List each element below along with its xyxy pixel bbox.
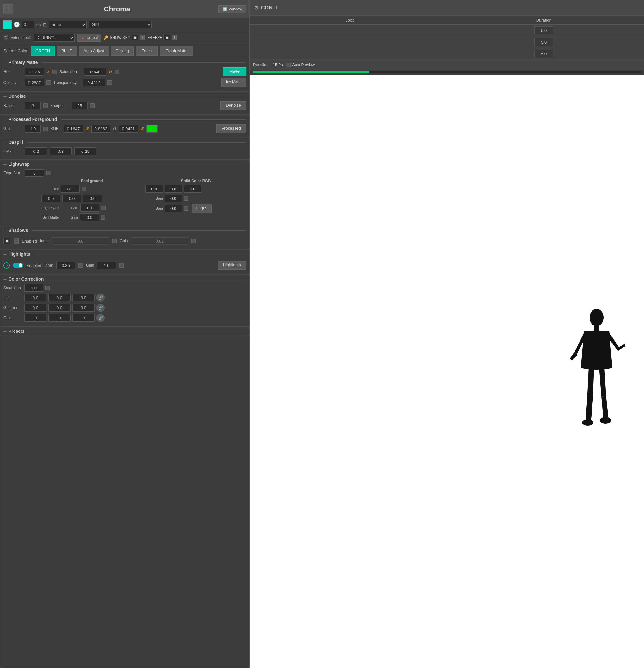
solid-edge-matte-gain-input[interactable] — [165, 195, 182, 202]
sharpen-input[interactable] — [72, 102, 88, 109]
matte-button[interactable]: Matte — [223, 67, 246, 76]
cc-saturation-checkbox[interactable] — [45, 286, 50, 290]
bg-blur-input[interactable] — [61, 185, 80, 193]
gpi-select[interactable]: GPI — [89, 21, 152, 29]
highlights-header[interactable]: — Highlights — [3, 249, 246, 258]
row3-duration-input[interactable] — [534, 50, 553, 58]
saturation-refresh-icon[interactable]: ↺ — [109, 70, 112, 74]
denoise-button[interactable]: Denoise — [220, 101, 246, 110]
cc-saturation-input[interactable] — [24, 284, 43, 292]
row1-duration-input[interactable] — [534, 26, 553, 34]
shadows-toggle-box[interactable]: 🔲 — [3, 238, 11, 244]
fetch-button[interactable]: Fetch — [136, 46, 158, 56]
rgb-r-input[interactable] — [64, 125, 83, 133]
rgb-b-input[interactable] — [119, 125, 138, 133]
solid-spill-gain-input[interactable] — [165, 204, 182, 212]
clip-select[interactable]: CLIPIN*1 — [33, 33, 75, 42]
gamma-g-input[interactable] — [48, 304, 71, 312]
highlights-button[interactable]: Highlights — [217, 261, 246, 270]
bg-blur-checkbox[interactable] — [81, 187, 86, 191]
unreal-button[interactable]: 🔺 Unreal — [77, 33, 101, 42]
despill-header[interactable]: — Despill — [3, 138, 246, 146]
spill-matte-gain-input[interactable] — [80, 213, 99, 221]
cc-gain-r-input[interactable] — [24, 314, 46, 322]
primary-matte-header[interactable]: — Primary Matte — [3, 58, 246, 66]
shadows-toggle-i[interactable]: I — [14, 238, 19, 244]
processed-gain-checkbox[interactable] — [43, 126, 48, 131]
highlights-inner-input[interactable] — [56, 261, 75, 269]
hue-refresh-icon[interactable]: ↺ — [46, 70, 50, 74]
y-input[interactable] — [74, 147, 96, 155]
highlights-toggle-switch[interactable] — [13, 263, 23, 268]
freeze-box[interactable]: 🔲 — [164, 35, 170, 41]
auto-preview-checkbox[interactable]: Auto Preview — [286, 63, 315, 67]
edge-matte-checkbox[interactable] — [101, 206, 106, 210]
trash-matte-button[interactable]: Trash Matte — [160, 46, 194, 56]
highlights-gain-input[interactable] — [97, 261, 116, 269]
gamma-r-input[interactable] — [24, 304, 46, 312]
sharpen-checkbox[interactable] — [90, 103, 94, 108]
transparency-input[interactable] — [83, 79, 105, 86]
window-button[interactable]: 🪟 Window — [218, 5, 246, 13]
highlights-oval-toggle[interactable]: ○ — [3, 262, 10, 269]
color-swatch[interactable] — [3, 20, 12, 29]
solid-edge-matte-checkbox[interactable] — [184, 196, 188, 200]
hue-checkbox[interactable] — [52, 70, 57, 74]
radius-checkbox[interactable] — [43, 103, 48, 108]
transparency-checkbox[interactable] — [107, 80, 112, 85]
solid-spill-checkbox[interactable] — [184, 206, 188, 211]
cc-gain-b-input[interactable] — [72, 314, 94, 322]
shadows-header[interactable]: — Shadows — [3, 226, 246, 234]
green-button[interactable]: GREEN — [31, 46, 55, 56]
saturation-checkbox[interactable] — [115, 70, 119, 74]
edge-matte-gain-input[interactable] — [80, 204, 99, 212]
bg-b-input[interactable] — [83, 195, 102, 202]
gamma-b-input[interactable] — [72, 304, 94, 312]
denoise-header[interactable]: — Denoise — [3, 92, 246, 100]
solid-r-input[interactable] — [145, 185, 163, 193]
add-button[interactable]: ➕ — [3, 4, 13, 14]
highlights-inner-checkbox[interactable] — [78, 263, 83, 268]
blue-button[interactable]: BLUE — [57, 46, 77, 56]
lift-r-input[interactable] — [24, 294, 46, 301]
inv-matte-button[interactable]: Inv Matte — [221, 78, 246, 87]
solid-g-input[interactable] — [165, 185, 182, 193]
gamma-link-icon[interactable]: 🔗 — [96, 304, 105, 312]
lightwrap-header[interactable]: — Lightwrap — [3, 160, 246, 168]
opacity-checkbox[interactable] — [46, 80, 51, 85]
radius-input[interactable] — [25, 102, 41, 109]
spill-matte-checkbox[interactable] — [101, 215, 105, 219]
hue-input[interactable] — [25, 68, 44, 76]
cc-gain-g-input[interactable] — [48, 314, 71, 322]
highlights-gain-checkbox[interactable] — [119, 263, 124, 268]
bg-r-input[interactable] — [42, 195, 60, 202]
solid-b-input[interactable] — [184, 185, 201, 193]
opacity-input[interactable] — [25, 79, 44, 86]
color-correction-header[interactable]: — Color Correction — [3, 275, 246, 283]
picking-button[interactable]: Picking — [111, 46, 134, 56]
lift-g-input[interactable] — [48, 294, 71, 301]
green-color-swatch[interactable] — [147, 125, 158, 133]
row2-duration-input[interactable] — [534, 38, 553, 46]
rgb-b-refresh-icon[interactable]: ↺ — [140, 126, 144, 131]
freeze-toggle-i[interactable]: I — [172, 35, 177, 41]
processed-fg-header[interactable]: — Processed Foreground — [3, 115, 246, 123]
edge-blur-input[interactable] — [25, 169, 44, 177]
show-key-box[interactable]: 🔲 — [132, 35, 138, 41]
auto-adjust-button[interactable]: Auto Adjust — [79, 46, 109, 56]
rgb-r-refresh-icon[interactable]: ↺ — [86, 126, 89, 131]
edges-button[interactable]: Edges — [191, 204, 212, 213]
time-input[interactable] — [22, 21, 34, 29]
shadows-gain-checkbox[interactable] — [191, 239, 196, 243]
processed-button[interactable]: Processed — [216, 124, 246, 133]
bg-g-input[interactable] — [62, 195, 81, 202]
cc-gain-link-icon[interactable]: 🔗 — [96, 314, 105, 322]
c-input[interactable] — [25, 147, 47, 155]
lift-b-input[interactable] — [72, 294, 94, 301]
lift-link-icon[interactable]: 🔗 — [96, 293, 105, 302]
grid-select[interactable]: none — [49, 21, 87, 29]
show-key-toggle-i[interactable]: I — [140, 35, 145, 41]
presets-header[interactable]: — Presets — [3, 327, 246, 335]
auto-preview-cb-box[interactable] — [286, 63, 291, 67]
edge-blur-checkbox[interactable] — [46, 171, 51, 175]
